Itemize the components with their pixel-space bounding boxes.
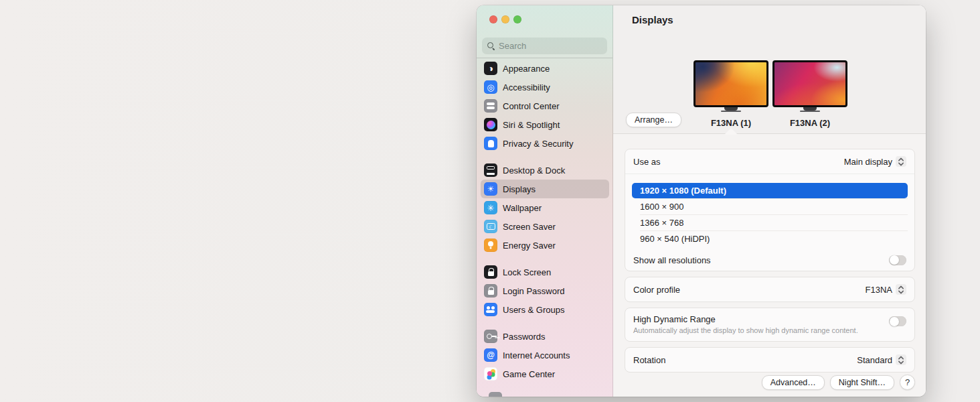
use-as-dropdown[interactable]: Main display bbox=[844, 156, 906, 167]
sidebar-item-accessibility[interactable]: ◎ Accessibility bbox=[481, 78, 609, 96]
privacy-security-icon bbox=[484, 137, 497, 150]
sidebar-item-label: Desktop & Dock bbox=[503, 165, 565, 176]
sidebar: Search ◑ Appearance ◎ Accessibility Cont… bbox=[477, 5, 613, 397]
use-as-row: Use as Main display bbox=[625, 149, 914, 174]
sidebar-item-siri-spotlight[interactable]: Siri & Spotlight bbox=[481, 115, 609, 134]
sidebar-item-label: Energy Saver bbox=[503, 241, 556, 251]
resolution-list: 1920 × 1080 (Default) 1600 × 900 1366 × … bbox=[625, 174, 914, 249]
sidebar-item-game-center[interactable]: Game Center bbox=[481, 364, 609, 383]
sidebar-item-desktop-dock[interactable]: Desktop & Dock bbox=[481, 161, 609, 180]
display-thumbnail-2[interactable]: F13NA (2) bbox=[772, 60, 847, 128]
hdr-toggle[interactable] bbox=[889, 316, 906, 326]
sidebar-item-users-groups[interactable]: Users & Groups bbox=[481, 300, 609, 319]
control-center-icon bbox=[484, 99, 497, 113]
internet-accounts-icon: @ bbox=[484, 348, 497, 362]
display-thumbnails: F13NA (1) F13NA (2) bbox=[693, 60, 847, 128]
pane-footer: Advanced… Night Shift… ? bbox=[625, 375, 915, 390]
color-profile-dropdown[interactable]: F13NA bbox=[866, 284, 906, 295]
sidebar-item-label: Passwords bbox=[503, 332, 546, 342]
sidebar-item-lock-screen[interactable]: Lock Screen bbox=[481, 263, 609, 281]
accessibility-icon: ◎ bbox=[484, 80, 497, 94]
advanced-button[interactable]: Advanced… bbox=[762, 375, 825, 390]
sidebar-item-label: Privacy & Security bbox=[503, 139, 573, 149]
help-button[interactable]: ? bbox=[900, 375, 915, 390]
sidebar-item-wallpaper[interactable]: ✳ Wallpaper bbox=[481, 198, 609, 217]
sidebar-item-label: Wallpaper bbox=[503, 203, 542, 213]
energy-saver-icon bbox=[484, 239, 497, 252]
display-2-stand-base bbox=[800, 111, 820, 112]
sidebar-item-internet-accounts[interactable]: @ Internet Accounts bbox=[481, 346, 609, 364]
settings-content: Use as Main display 1920 × 1080 (Default… bbox=[625, 149, 915, 378]
login-password-icon bbox=[484, 284, 497, 297]
resolution-option-960x540[interactable]: 960 × 540 (HiDPI) bbox=[632, 231, 908, 247]
close-button[interactable] bbox=[489, 15, 497, 23]
sidebar-item-energy-saver[interactable]: Energy Saver bbox=[481, 236, 609, 255]
show-all-resolutions-toggle[interactable] bbox=[889, 255, 906, 265]
desktop-dock-icon bbox=[484, 163, 497, 177]
sidebar-scroll-divider bbox=[477, 58, 612, 58]
popover-caret bbox=[724, 128, 738, 135]
screen-saver-icon: ☾ bbox=[484, 220, 497, 233]
sidebar-item-control-center[interactable]: Control Center bbox=[481, 96, 609, 115]
sidebar-item-label: Siri & Spotlight bbox=[503, 120, 560, 130]
sidebar-group-gap bbox=[481, 153, 609, 161]
search-input[interactable]: Search bbox=[482, 38, 607, 54]
wallpaper-icon: ✳ bbox=[484, 201, 497, 214]
minimize-button[interactable] bbox=[501, 15, 509, 23]
window-controls bbox=[489, 15, 521, 23]
rotation-card: Rotation Standard bbox=[625, 347, 915, 373]
users-groups-icon bbox=[484, 303, 497, 316]
chevron-up-down-icon bbox=[896, 156, 906, 167]
sidebar-item-label: Screen Saver bbox=[503, 222, 556, 232]
display-1-wallpaper bbox=[693, 60, 768, 107]
chevron-up-down-icon bbox=[896, 354, 906, 365]
sidebar-item-appearance[interactable]: ◑ Appearance bbox=[481, 59, 609, 78]
sidebar-group-gap bbox=[481, 319, 609, 327]
sidebar-item-privacy-security[interactable]: Privacy & Security bbox=[481, 134, 609, 153]
sidebar-item-label: Accessibility bbox=[503, 82, 550, 92]
sidebar-item-label: Users & Groups bbox=[503, 305, 564, 315]
color-profile-label: Color profile bbox=[633, 285, 680, 295]
arrange-button[interactable]: Arrange… bbox=[626, 113, 681, 127]
sidebar-item-label: Displays bbox=[503, 184, 536, 194]
use-as-value: Main display bbox=[844, 157, 892, 167]
hdr-card: High Dynamic Range Automatically adjust … bbox=[625, 308, 915, 342]
resolution-option-1600x900[interactable]: 1600 × 900 bbox=[632, 199, 908, 214]
pane-header: Displays F13NA (1) F13NA (2) Arrange… bbox=[613, 5, 926, 134]
sidebar-item-label: Game Center bbox=[503, 369, 555, 379]
hdr-description: Automatically adjust the display to show… bbox=[633, 326, 858, 334]
system-settings-window: Search ◑ Appearance ◎ Accessibility Cont… bbox=[477, 5, 926, 397]
sidebar-item-login-password[interactable]: Login Password bbox=[481, 281, 609, 300]
night-shift-button[interactable]: Night Shift… bbox=[830, 375, 894, 390]
sidebar-item-screen-saver[interactable]: ☾ Screen Saver bbox=[481, 217, 609, 236]
sidebar-item-label: Internet Accounts bbox=[503, 350, 570, 360]
resolution-option-1366x768[interactable]: 1366 × 768 bbox=[632, 215, 908, 230]
sidebar-item-partial-icon bbox=[489, 392, 502, 397]
chevron-up-down-icon bbox=[896, 284, 906, 295]
hdr-row: High Dynamic Range Automatically adjust … bbox=[625, 308, 914, 341]
show-all-resolutions-label: Show all resolutions bbox=[633, 255, 711, 265]
rotation-dropdown[interactable]: Standard bbox=[857, 354, 906, 365]
displays-icon: ☀ bbox=[484, 182, 497, 196]
display-1-stand-base bbox=[721, 111, 741, 112]
zoom-button[interactable] bbox=[513, 15, 521, 23]
display-thumbnail-1[interactable]: F13NA (1) bbox=[693, 60, 768, 128]
display-1-label: F13NA (1) bbox=[693, 118, 768, 128]
rotation-row: Rotation Standard bbox=[625, 348, 914, 372]
displays-pane: Displays F13NA (1) F13NA (2) Arrange… bbox=[613, 5, 926, 397]
color-profile-value: F13NA bbox=[866, 285, 892, 295]
sidebar-item-label: Appearance bbox=[503, 64, 550, 74]
resolution-option-1920x1080[interactable]: 1920 × 1080 (Default) bbox=[632, 183, 908, 198]
search-icon bbox=[487, 42, 495, 50]
page-title: Displays bbox=[632, 14, 673, 25]
rotation-label: Rotation bbox=[633, 355, 665, 365]
sidebar-item-displays[interactable]: ☀ Displays bbox=[481, 180, 609, 198]
sidebar-item-label: Control Center bbox=[503, 101, 560, 111]
game-center-icon bbox=[484, 367, 497, 381]
rotation-value: Standard bbox=[857, 355, 892, 365]
sidebar-item-passwords[interactable]: Passwords bbox=[481, 327, 609, 346]
appearance-icon: ◑ bbox=[484, 62, 497, 75]
search-placeholder: Search bbox=[499, 41, 526, 51]
siri-icon bbox=[484, 118, 497, 131]
use-as-label: Use as bbox=[633, 157, 660, 167]
